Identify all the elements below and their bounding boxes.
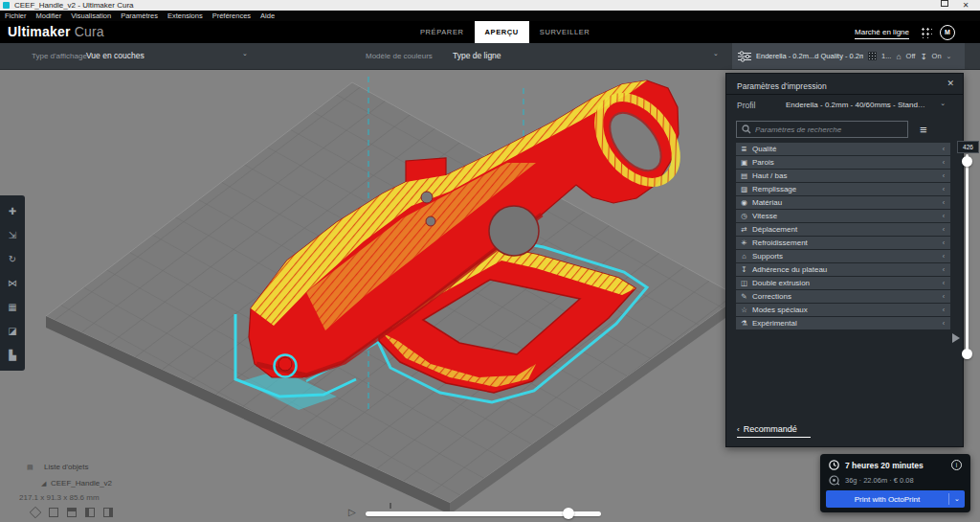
playback-tick xyxy=(390,503,391,509)
left-view-icon[interactable] xyxy=(85,508,95,517)
support-blocker-tool[interactable]: ◪ xyxy=(0,319,25,343)
top-bottom-icon: ▤ xyxy=(736,171,752,180)
settings-category-haut-bas[interactable]: ▤Haut / bas xyxy=(736,170,950,182)
simulation-play-icon[interactable]: ▷ xyxy=(348,507,356,517)
settings-menu-icon[interactable]: ≡ xyxy=(920,124,927,136)
front-view-icon[interactable] xyxy=(49,508,58,517)
print-duration: 7 heures 20 minutes xyxy=(845,461,924,470)
title-bar: CEEF_Handle_v2 - Ultimaker Cura ✕ xyxy=(0,0,980,11)
close-icon[interactable]: ✕ xyxy=(947,74,954,94)
menu-modifier[interactable]: Modifier xyxy=(32,11,67,21)
print-setup-summary[interactable]: Enderella - 0.2m...d Quality - 0.2mm 1..… xyxy=(732,43,965,69)
chevron-icon xyxy=(943,146,945,152)
chevron-icon xyxy=(943,226,945,233)
tab-preparer[interactable]: PRÉPARER xyxy=(410,21,475,43)
marketplace-button[interactable]: Marché en ligne xyxy=(855,28,909,39)
chevron-down-icon[interactable] xyxy=(242,50,248,57)
category-label: Corrections xyxy=(752,292,943,301)
per-model-settings-tool[interactable]: ▦ xyxy=(0,295,25,319)
chevron-down-icon[interactable] xyxy=(940,100,946,107)
restore-window-button[interactable] xyxy=(938,0,951,11)
adhesion-icon: ↧ xyxy=(736,265,752,274)
settings-category-deplacement[interactable]: ⇄Déplacement xyxy=(736,223,950,236)
settings-category-qualite[interactable]: ≣Qualité xyxy=(736,143,950,155)
adhesion-icon: ↧ xyxy=(920,52,926,61)
move-tool[interactable]: ✚ xyxy=(0,199,25,223)
settings-category-corrections[interactable]: ✎Corrections xyxy=(736,290,950,303)
menu-aide[interactable]: Aide xyxy=(256,11,279,21)
menu-parametres[interactable]: Paramètres xyxy=(116,11,163,21)
settings-category-parois[interactable]: ▣Parois xyxy=(736,156,950,169)
material-icon: ◉ xyxy=(736,198,752,207)
category-label: Déplacement xyxy=(752,225,943,234)
menu-bar: FichierModifierVisualisationParamètresEx… xyxy=(0,11,980,21)
account-avatar[interactable]: M xyxy=(940,25,955,40)
settings-category-supports[interactable]: ⌂Supports xyxy=(736,250,950,262)
display-type-dropdown[interactable]: Vue en couches xyxy=(86,51,145,60)
settings-category-remplissage[interactable]: ▨Remplissage xyxy=(736,183,950,195)
tab-apercu[interactable]: APERÇU xyxy=(475,21,529,43)
chevron-icon xyxy=(943,266,945,273)
scale-tool[interactable]: ⇲ xyxy=(0,223,25,247)
info-icon[interactable]: i xyxy=(951,460,962,470)
menu-extensions[interactable]: Extensions xyxy=(163,11,208,21)
profile-dropdown[interactable]: Enderella - 0.2mm - 40/60mms - Standard … xyxy=(786,101,927,109)
object-list-toggle[interactable]: Liste d'objets xyxy=(44,463,88,471)
recommended-back-link[interactable]: ‹Recommandé xyxy=(737,424,811,438)
cura-window: CEEF_Handle_v2 - Ultimaker Cura ✕ Fichie… xyxy=(0,0,980,522)
expand-panel-arrow[interactable] xyxy=(952,333,960,343)
search-row: ≡ xyxy=(726,118,963,141)
chevron-icon xyxy=(943,253,945,260)
chevron-left-icon: ‹ xyxy=(737,425,740,434)
settings-category-adherence-du-plateau[interactable]: ↧Adhérence du plateau xyxy=(736,263,950,276)
right-view-icon[interactable] xyxy=(103,508,113,517)
menu-preferences[interactable]: Préférences xyxy=(208,11,256,21)
camera-view-presets xyxy=(31,508,113,517)
chevron-down-icon[interactable] xyxy=(713,50,719,57)
settings-category-refroidissement[interactable]: ✳Refroidissement xyxy=(736,237,950,249)
settings-category-experimental[interactable]: ⚗Expérimental xyxy=(736,317,950,329)
layer-slider-upper-handle[interactable] xyxy=(962,156,972,167)
chevron-icon xyxy=(943,293,945,300)
rotate-tool[interactable]: ↻ xyxy=(0,247,25,271)
menu-fichier[interactable]: Fichier xyxy=(0,11,32,21)
top-view-icon[interactable] xyxy=(67,508,77,517)
object-list-icon: ▤ xyxy=(27,464,33,471)
cooling-icon: ✳ xyxy=(736,238,752,247)
material-usage: 36g · 22.06m · € 0.08 xyxy=(845,476,914,485)
settings-category-materiau[interactable]: ◉Matériau xyxy=(736,196,950,209)
settings-category-modes-speciaux[interactable]: ☆Modes spéciaux xyxy=(736,304,950,316)
search-input[interactable] xyxy=(755,125,902,134)
model-large-hole xyxy=(489,206,539,256)
model-small-hole xyxy=(426,216,435,226)
model-item-icon: ◢ xyxy=(41,480,46,488)
app-switcher-icon[interactable] xyxy=(921,27,932,38)
layer-number-badge: 426 xyxy=(957,141,979,153)
support-value: Off xyxy=(906,52,916,60)
category-label: Modes spéciaux xyxy=(752,306,943,314)
special-modes-icon: ☆ xyxy=(736,306,752,314)
settings-category-double-extrusion[interactable]: ◫Double extrusion xyxy=(736,277,950,289)
chevron-icon xyxy=(943,199,945,206)
chevron-icon xyxy=(943,159,945,166)
settings-category-vitesse[interactable]: ◷Vitesse xyxy=(736,210,950,222)
settings-panel-header: Paramètres d'impression ✕ xyxy=(726,74,963,95)
color-scheme-dropdown[interactable]: Type de ligne xyxy=(453,51,501,60)
chevron-down-icon[interactable] xyxy=(948,493,965,505)
mesh-tools-tool[interactable]: ▙ xyxy=(0,343,25,367)
path-slider-handle[interactable] xyxy=(563,508,574,519)
tab-surveiller[interactable]: SURVEILLER xyxy=(529,21,601,43)
close-window-button[interactable]: ✕ xyxy=(959,0,972,11)
print-job-panel: 7 heures 20 minutes i 36g · 22.06m · € 0… xyxy=(820,454,970,512)
layer-slider-track[interactable] xyxy=(966,154,969,358)
3d-view-icon[interactable] xyxy=(30,507,42,519)
menu-visualisation[interactable]: Visualisation xyxy=(66,11,116,21)
infill-icon xyxy=(868,52,877,60)
settings-panel-title: Paramètres d'impression xyxy=(737,81,827,91)
category-label: Double extrusion xyxy=(752,279,943,287)
print-with-octoprint-button[interactable]: Print with OctoPrint xyxy=(826,490,965,508)
mirror-tool[interactable]: ⋈ xyxy=(0,271,25,295)
object-list-model-item[interactable]: CEEF_Handle_v2 xyxy=(51,479,112,488)
settings-search-box[interactable] xyxy=(736,121,908,138)
layer-slider-lower-handle[interactable] xyxy=(962,349,972,359)
